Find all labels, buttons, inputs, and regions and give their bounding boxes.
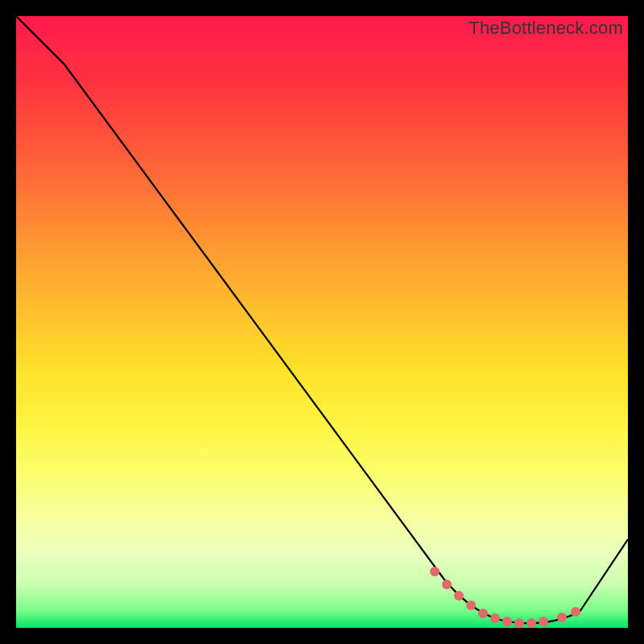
svg-point-5 — [490, 613, 500, 623]
svg-point-9 — [539, 617, 548, 626]
plot-area: TheBottleneck.com — [16, 16, 628, 628]
svg-point-1 — [442, 580, 452, 589]
svg-point-3 — [466, 601, 476, 610]
chart-frame: TheBottleneck.com — [0, 0, 644, 644]
svg-point-6 — [502, 617, 512, 626]
svg-point-7 — [514, 618, 524, 628]
svg-point-8 — [526, 618, 536, 628]
marker-group — [430, 567, 580, 628]
svg-point-10 — [557, 613, 567, 622]
svg-point-4 — [478, 609, 488, 618]
svg-point-11 — [571, 607, 580, 617]
curve-layer — [16, 16, 628, 628]
svg-point-0 — [430, 567, 440, 576]
main-curve — [16, 16, 628, 623]
svg-point-2 — [454, 591, 464, 601]
